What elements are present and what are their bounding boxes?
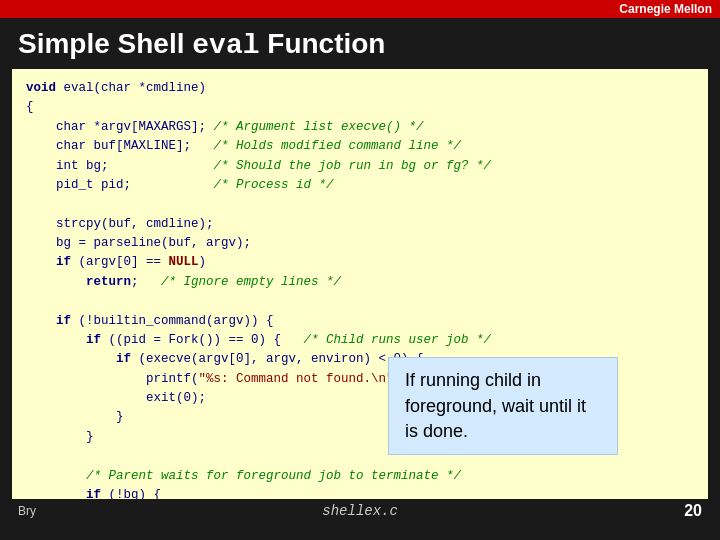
code-line-4: char buf[MAXLINE]; /* Holds modified com…	[26, 137, 694, 156]
code-line-5: int bg; /* Should the job run in bg or f…	[26, 157, 694, 176]
code-line-7	[26, 195, 694, 214]
tooltip-box: If running child in foreground, wait unt…	[388, 357, 618, 455]
footer-page-number: 20	[684, 502, 702, 520]
code-line-3: char *argv[MAXARGS]; /* Argument list ex…	[26, 118, 694, 137]
title-mono: eval	[192, 30, 259, 61]
title-prefix: Simple Shell	[18, 28, 192, 59]
university-name: Carnegie Mellon	[619, 2, 712, 16]
title-suffix: Function	[260, 28, 386, 59]
code-line-10: if (argv[0] == NULL)	[26, 253, 694, 272]
code-line-9: bg = parseline(buf, argv);	[26, 234, 694, 253]
tooltip-text: If running child in foreground, wait unt…	[405, 370, 586, 440]
code-line-12	[26, 292, 694, 311]
footer-filename: shellex.c	[322, 503, 398, 519]
code-line-1: void eval(char *cmdline)	[26, 79, 694, 98]
code-line-11: return; /* Ignore empty lines */	[26, 273, 694, 292]
code-line-6: pid_t pid; /* Process id */	[26, 176, 694, 195]
code-line-21: /* Parent waits for foreground job to te…	[26, 467, 694, 486]
header-bar: Carnegie Mellon	[0, 0, 720, 18]
code-line-14: if ((pid = Fork()) == 0) { /* Child runs…	[26, 331, 694, 350]
footer-left-text: Bry	[18, 504, 36, 518]
code-block: void eval(char *cmdline) { char *argv[MA…	[12, 69, 708, 499]
code-line-13: if (!builtin_command(argv)) {	[26, 312, 694, 331]
code-line-22: if (!bg) {	[26, 486, 694, 499]
code-line-8: strcpy(buf, cmdline);	[26, 215, 694, 234]
code-line-2: {	[26, 98, 694, 117]
footer: Bry shellex.c 20	[0, 499, 720, 523]
page-title: Simple Shell eval Function	[0, 18, 720, 69]
